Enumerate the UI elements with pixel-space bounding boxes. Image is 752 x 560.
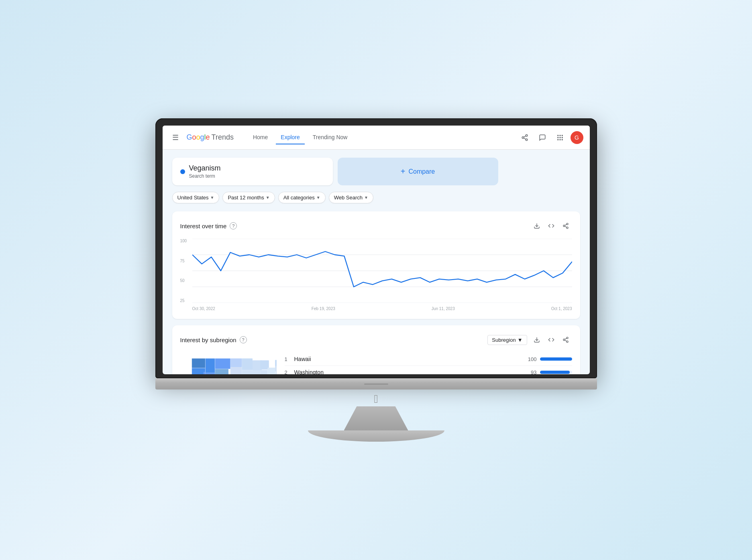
svg-rect-8 [557, 137, 558, 138]
us-map-svg [180, 353, 277, 374]
logo-google: Google [187, 133, 210, 142]
filter-bar: United States ▼ Past 12 months ▼ All cat… [172, 192, 580, 203]
interest-over-time-header: Interest over time ? [180, 219, 572, 232]
search-type-label: Web Search [334, 195, 363, 201]
share-button[interactable] [518, 130, 532, 145]
subregion-actions [530, 333, 572, 346]
subregion-title: Interest by subregion [180, 337, 236, 343]
svg-rect-67 [268, 373, 275, 374]
logo-trends: Trends [212, 133, 234, 142]
rank-1-score: 100 [525, 356, 537, 362]
nav-explore[interactable]: Explore [276, 131, 304, 144]
main-content: Veganism Search term + Compare [163, 150, 590, 374]
download-chart-button[interactable] [530, 219, 543, 232]
time-filter[interactable]: Past 12 months ▼ [222, 192, 275, 203]
search-dot-indicator [180, 169, 185, 174]
x-label-feb23: Feb 19, 2023 [312, 306, 335, 311]
app-header: ☰ Google Trends Home Explore Trending No… [163, 126, 590, 150]
svg-point-15 [567, 223, 568, 225]
rank-2-bar-container [540, 371, 572, 374]
interest-chart-area: 100 75 50 25 [180, 239, 572, 311]
download-subregion-icon [534, 337, 540, 343]
y-label-100: 100 [180, 239, 187, 243]
interest-over-time-help-icon[interactable]: ? [230, 222, 237, 229]
rank-2-name: Washington [294, 369, 522, 374]
svg-rect-37 [215, 369, 228, 374]
search-term-label: Veganism [189, 164, 221, 172]
rank-2-bar [540, 371, 570, 374]
western-states [190, 358, 277, 374]
svg-rect-69 [275, 360, 277, 366]
svg-rect-9 [559, 137, 560, 138]
apps-button[interactable] [553, 130, 567, 145]
svg-point-16 [563, 225, 565, 227]
svg-rect-68 [275, 366, 277, 371]
subregion-title-row: Interest by subregion ? [180, 336, 247, 343]
user-avatar[interactable]: G [571, 131, 583, 144]
compare-button-inner: + Compare [401, 167, 435, 176]
embed-subregion-button[interactable] [545, 333, 558, 346]
header-right: G [518, 130, 583, 145]
svg-rect-49 [242, 370, 252, 374]
svg-rect-7 [561, 135, 562, 136]
subregion-help-icon[interactable]: ? [240, 336, 247, 343]
search-term-card: Veganism Search term [172, 158, 333, 185]
share-subregion-button[interactable] [559, 333, 572, 346]
feedback-button[interactable] [535, 130, 550, 145]
compare-label: Compare [408, 168, 435, 175]
svg-line-29 [565, 340, 567, 341]
x-label-oct23: Oct 1, 2023 [551, 306, 572, 311]
ranking-item-1: 1 Hawaii 100 [285, 353, 572, 366]
interest-over-time-actions [530, 219, 572, 232]
subregion-header: Interest by subregion ? Subregion ▼ [180, 333, 572, 346]
svg-rect-36 [215, 358, 230, 369]
subregion-dropdown[interactable]: Subregion ▼ [487, 335, 527, 345]
category-label: All categories [283, 195, 315, 201]
search-type-filter[interactable]: Web Search ▼ [329, 192, 373, 203]
interest-by-subregion-card: Interest by subregion ? Subregion ▼ [172, 325, 580, 374]
svg-point-27 [563, 339, 565, 341]
region-filter[interactable]: United States ▼ [172, 192, 220, 203]
nav-trending-now[interactable]: Trending Now [308, 131, 353, 144]
monitor-screen: ☰ Google Trends Home Explore Trending No… [163, 126, 590, 374]
svg-rect-32 [192, 368, 205, 374]
y-axis-labels: 100 75 50 25 [180, 239, 190, 311]
category-filter[interactable]: All categories ▼ [278, 192, 326, 203]
y-label-75: 75 [180, 259, 187, 263]
subregion-content: 1 Hawaii 100 2 Washington [180, 353, 572, 374]
share-subregion-icon [562, 337, 569, 343]
svg-rect-13 [561, 139, 562, 140]
rank-1-bar-container [540, 357, 572, 361]
svg-rect-42 [230, 358, 242, 367]
search-term-info: Veganism Search term [189, 164, 221, 179]
share-icon [521, 134, 528, 141]
x-label-oct22: Oct 30, 2022 [192, 306, 215, 311]
svg-point-17 [567, 227, 568, 229]
search-type-arrow-icon: ▼ [364, 195, 368, 200]
svg-rect-54 [252, 371, 260, 374]
download-subregion-button[interactable] [530, 333, 543, 346]
rank-1-name: Hawaii [294, 356, 522, 362]
apps-icon [556, 134, 564, 141]
compare-card[interactable]: + Compare [338, 158, 498, 185]
x-label-jun23: Jun 11, 2023 [432, 306, 455, 311]
nav-home[interactable]: Home [248, 131, 273, 144]
chart-plot-area [192, 239, 572, 303]
time-label: Past 12 months [228, 195, 264, 201]
svg-line-3 [524, 138, 526, 139]
share-chart-button[interactable] [559, 219, 572, 232]
embed-subregion-icon [548, 337, 554, 343]
svg-rect-11 [557, 139, 558, 140]
us-map-container [180, 353, 277, 374]
hamburger-menu-icon[interactable]: ☰ [169, 130, 182, 145]
ranking-item-2: 2 Washington 93 [285, 366, 572, 374]
google-trends-app: ☰ Google Trends Home Explore Trending No… [163, 126, 590, 374]
svg-rect-56 [260, 370, 267, 374]
embed-chart-button[interactable] [545, 219, 558, 232]
svg-rect-48 [242, 358, 252, 370]
interest-over-time-title: Interest over time [180, 223, 227, 229]
header-left: ☰ Google Trends Home Explore Trending No… [169, 130, 353, 145]
subregion-dropdown-arrow: ▼ [518, 337, 523, 343]
svg-rect-43 [230, 367, 242, 374]
avatar-letter: G [575, 134, 579, 141]
